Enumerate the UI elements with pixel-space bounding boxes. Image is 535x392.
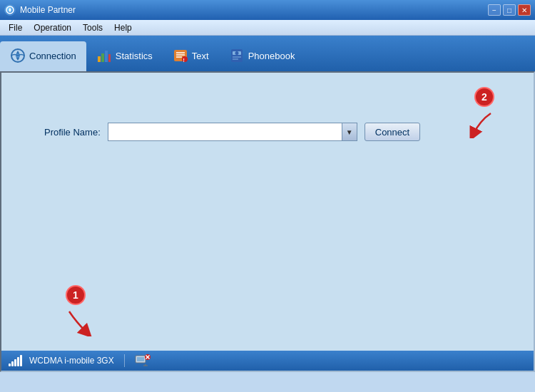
callout-2-badge: 2 [474, 87, 494, 107]
connect-button[interactable]: Connect [365, 123, 420, 141]
status-bar: WCDMA i-mobile 3GX [1, 351, 534, 371]
disconnect-svg [135, 354, 151, 367]
callout-1-arrow [66, 308, 94, 336]
close-button[interactable]: ✕ [518, 4, 531, 16]
svg-rect-13 [231, 49, 243, 62]
title-text: Mobile Partner [20, 5, 76, 15]
profile-row: Profile Name: ▼ Connect [44, 123, 519, 141]
svg-rect-5 [105, 51, 108, 62]
tab-phonebook[interactable]: Phonebook [219, 41, 305, 71]
network-name: WCDMA i-mobile 3GX [29, 356, 114, 366]
dropdown-arrow-icon[interactable]: ▼ [342, 123, 357, 141]
tab-text-label: Text [192, 51, 209, 61]
menu-file[interactable]: File [3, 21, 28, 34]
signal-bar-4 [17, 357, 19, 366]
tab-text[interactable]: ! Text [163, 41, 219, 71]
signal-strength-icon [9, 355, 22, 366]
callout-1: 1 [66, 285, 94, 336]
minimize-button[interactable]: − [488, 4, 501, 16]
profile-name-label: Profile Name: [44, 127, 101, 138]
svg-rect-4 [101, 53, 104, 62]
menu-tools[interactable]: Tools [77, 21, 108, 34]
title-left: Mobile Partner [4, 4, 76, 16]
menu-bar: File Operation Tools Help [0, 20, 535, 36]
menu-operation[interactable]: Operation [28, 21, 77, 34]
svg-rect-19 [137, 357, 144, 361]
signal-bar-5 [20, 355, 22, 366]
profile-select-wrapper: ▼ [108, 123, 357, 141]
menu-help[interactable]: Help [108, 21, 138, 34]
tab-bar: Connection Statistics ! Text [0, 36, 535, 71]
signal-bar-1 [9, 363, 11, 366]
svg-point-15 [235, 51, 238, 55]
tab-connection[interactable]: Connection [0, 41, 86, 71]
disconnect-icon[interactable] [135, 354, 151, 367]
phonebook-icon [229, 48, 245, 63]
signal-bar-3 [14, 359, 16, 366]
svg-rect-3 [98, 56, 101, 62]
tab-statistics-label: Statistics [116, 51, 153, 61]
status-divider [124, 354, 125, 367]
connection-icon [10, 48, 26, 63]
title-controls: − □ ✕ [488, 4, 531, 16]
text-icon: ! [173, 48, 188, 63]
tab-phonebook-label: Phonebook [248, 51, 295, 61]
app-icon [4, 4, 16, 16]
main-content: Profile Name: ▼ Connect 2 1 [0, 71, 535, 372]
tab-connection-label: Connection [29, 51, 76, 61]
callout-1-badge: 1 [66, 285, 86, 305]
profile-name-select[interactable] [108, 123, 357, 141]
maximize-button[interactable]: □ [503, 4, 516, 16]
statistics-icon [96, 48, 112, 63]
title-bar: Mobile Partner − □ ✕ [0, 0, 535, 20]
svg-rect-6 [108, 54, 111, 62]
tab-statistics[interactable]: Statistics [86, 41, 163, 71]
svg-text:!: ! [183, 58, 184, 63]
signal-bar-2 [11, 361, 14, 366]
